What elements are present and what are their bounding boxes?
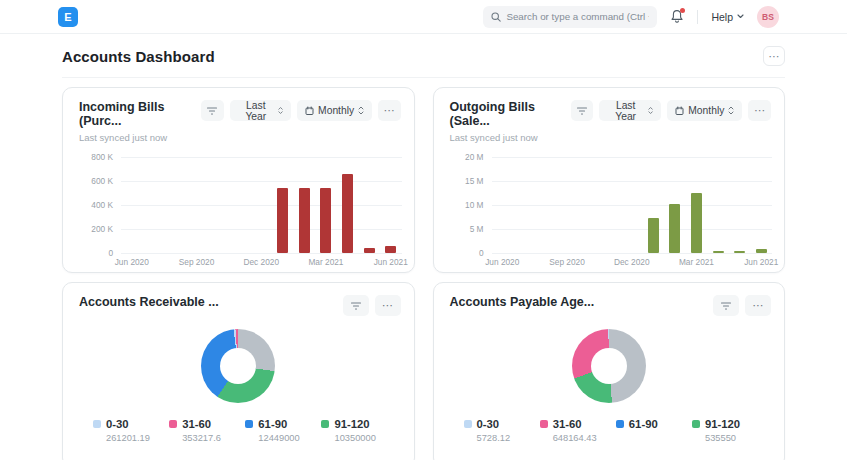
notifications-bell-icon[interactable] bbox=[670, 9, 684, 24]
search-input[interactable] bbox=[506, 11, 649, 22]
range-select[interactable]: Last Year bbox=[599, 100, 661, 121]
bar[interactable] bbox=[648, 218, 659, 253]
user-avatar[interactable]: BS bbox=[757, 6, 779, 28]
y-axis-tick: 200 K bbox=[79, 224, 113, 234]
card-title: Incoming Bills (Purc... bbox=[79, 100, 201, 128]
page-title: Accounts Dashboard bbox=[62, 48, 215, 65]
card-title: Accounts Payable Age... bbox=[450, 295, 595, 309]
legend-label: 91-120 bbox=[705, 418, 740, 430]
card-title: Accounts Receivable ... bbox=[79, 295, 219, 309]
filter-button[interactable] bbox=[571, 100, 594, 121]
receivable-donut-chart[interactable] bbox=[63, 329, 414, 403]
x-axis-tick: Jun 2021 bbox=[744, 257, 778, 267]
legend-item[interactable]: 0-30 5728.12 bbox=[464, 418, 526, 443]
range-select[interactable]: Last Year bbox=[230, 100, 292, 121]
bar[interactable] bbox=[342, 174, 353, 253]
donut-ring[interactable] bbox=[201, 329, 275, 403]
y-axis-tick: 600 K bbox=[79, 176, 113, 186]
legend-value bbox=[629, 433, 678, 443]
filter-button[interactable] bbox=[713, 295, 739, 316]
chart-legend: 0-30 261201.19 31-60 353217.6 61-90 1244… bbox=[63, 418, 414, 443]
range-select-value: Last Year bbox=[238, 100, 274, 122]
legend-swatch bbox=[692, 420, 700, 428]
calendar-icon bbox=[305, 106, 314, 116]
global-search[interactable] bbox=[483, 6, 657, 28]
filter-button[interactable] bbox=[343, 295, 369, 316]
chart-legend: 0-30 5728.12 31-60 648164.43 61-90 91-12… bbox=[434, 418, 785, 443]
calendar-icon bbox=[675, 106, 684, 116]
bar[interactable] bbox=[691, 193, 702, 253]
navbar-divider bbox=[697, 10, 698, 24]
last-synced-text: Last synced just now bbox=[79, 132, 201, 143]
card-menu-button[interactable]: ⋯ bbox=[378, 100, 400, 121]
page-menu-button[interactable]: ⋯ bbox=[763, 46, 785, 66]
app-logo[interactable]: E bbox=[58, 7, 78, 27]
bar[interactable] bbox=[756, 249, 767, 253]
notification-dot bbox=[680, 8, 685, 13]
legend-item[interactable]: 31-60 648164.43 bbox=[540, 418, 602, 443]
bar[interactable] bbox=[734, 251, 745, 253]
select-chevrons-icon bbox=[358, 106, 364, 115]
bar[interactable] bbox=[299, 188, 310, 253]
x-axis-tick: Dec 2020 bbox=[243, 257, 279, 267]
card-incoming-bills: Incoming Bills (Purc... Last synced just… bbox=[62, 87, 415, 273]
filter-button[interactable] bbox=[201, 100, 223, 121]
bar[interactable] bbox=[277, 188, 288, 253]
range-select-value: Last Year bbox=[607, 100, 644, 122]
card-outgoing-bills: Outgoing Bills (Sale... Last synced just… bbox=[433, 87, 786, 273]
card-title: Outgoing Bills (Sale... bbox=[450, 100, 571, 128]
legend-label: 91-120 bbox=[334, 418, 369, 430]
legend-item[interactable]: 61-90 12449000 bbox=[245, 418, 307, 443]
x-axis-tick: Sep 2020 bbox=[549, 257, 585, 267]
legend-swatch bbox=[93, 420, 101, 428]
legend-value: 10350000 bbox=[334, 433, 383, 443]
legend-label: 31-60 bbox=[553, 418, 582, 430]
legend-item[interactable]: 91-120 535550 bbox=[692, 418, 754, 443]
legend-item[interactable]: 91-120 10350000 bbox=[321, 418, 383, 443]
bar[interactable] bbox=[713, 251, 724, 253]
card-menu-button[interactable]: ⋯ bbox=[748, 100, 771, 121]
legend-item[interactable]: 31-60 353217.6 bbox=[169, 418, 231, 443]
top-navbar: E Help BS bbox=[0, 0, 847, 34]
x-axis-tick: Mar 2021 bbox=[679, 257, 714, 267]
bar[interactable] bbox=[364, 248, 375, 253]
incoming-bills-bar-chart[interactable]: 800 K600 K400 K200 K0Jun 2020Sep 2020Dec… bbox=[79, 153, 402, 273]
chevron-down-icon bbox=[737, 14, 744, 19]
bar[interactable] bbox=[669, 204, 680, 253]
x-axis-tick: Dec 2020 bbox=[614, 257, 650, 267]
legend-item[interactable]: 0-30 261201.19 bbox=[93, 418, 155, 443]
y-axis-tick: 20 M bbox=[450, 152, 484, 162]
y-axis-tick: 0 bbox=[79, 248, 113, 258]
select-chevrons-icon bbox=[728, 106, 734, 115]
x-axis: Jun 2020Sep 2020Dec 2020Mar 2021Jun 2021 bbox=[121, 257, 402, 269]
legend-swatch bbox=[540, 420, 548, 428]
card-menu-button[interactable]: ⋯ bbox=[745, 295, 771, 316]
select-chevrons-icon bbox=[648, 106, 653, 115]
interval-select[interactable]: Monthly bbox=[297, 100, 372, 121]
legend-swatch bbox=[616, 420, 624, 428]
legend-value: 648164.43 bbox=[553, 433, 602, 443]
bar[interactable] bbox=[320, 188, 331, 253]
legend-swatch bbox=[245, 420, 253, 428]
interval-select[interactable]: Monthly bbox=[667, 100, 742, 121]
legend-value: 261201.19 bbox=[106, 433, 155, 443]
card-accounts-payable: Accounts Payable Age... ⋯ 0-30 5728.12 3… bbox=[433, 282, 786, 460]
dashboard-grid: Incoming Bills (Purc... Last synced just… bbox=[62, 87, 785, 460]
card-menu-button[interactable]: ⋯ bbox=[375, 295, 401, 316]
y-axis-tick: 0 bbox=[450, 248, 484, 258]
x-axis: Jun 2020Sep 2020Dec 2020Mar 2021Jun 2021 bbox=[492, 257, 773, 269]
legend-label: 0-30 bbox=[477, 418, 500, 430]
interval-select-value: Monthly bbox=[318, 105, 354, 116]
y-axis-tick: 5 M bbox=[450, 224, 484, 234]
x-axis-tick: Mar 2021 bbox=[308, 257, 343, 267]
legend-item[interactable]: 61-90 bbox=[616, 418, 678, 443]
legend-value: 5728.12 bbox=[477, 433, 526, 443]
legend-value: 353217.6 bbox=[182, 433, 231, 443]
help-menu[interactable]: Help bbox=[711, 11, 744, 23]
outgoing-bills-bar-chart[interactable]: 20 M15 M10 M5 M0Jun 2020Sep 2020Dec 2020… bbox=[450, 153, 773, 273]
payable-donut-chart[interactable] bbox=[434, 329, 785, 403]
bar[interactable] bbox=[385, 246, 396, 253]
donut-ring[interactable] bbox=[572, 329, 646, 403]
y-axis-tick: 15 M bbox=[450, 176, 484, 186]
y-axis-tick: 10 M bbox=[450, 200, 484, 210]
